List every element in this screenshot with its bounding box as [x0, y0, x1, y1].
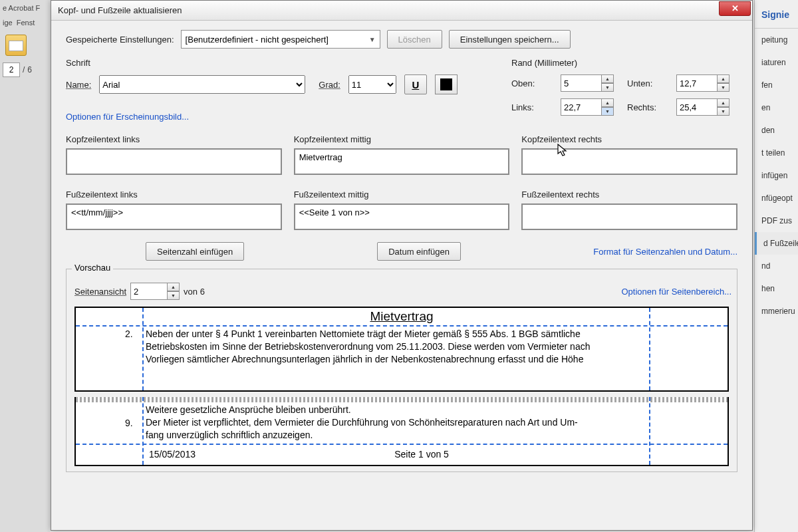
saved-settings-value: [Benutzerdefiniert - nicht gespeichert]: [186, 35, 329, 45]
spin-up-icon[interactable]: ▲: [168, 283, 180, 291]
header-left-input[interactable]: [66, 148, 282, 175]
header-right-input[interactable]: [521, 148, 737, 175]
menu-bar-fragment: ige Fenst: [0, 16, 50, 29]
panel-item[interactable]: t teilen: [755, 142, 798, 164]
panel-item[interactable]: fen: [755, 74, 798, 96]
spin-down-icon[interactable]: ▼: [602, 107, 614, 116]
panel-item[interactable]: hen: [755, 277, 798, 300]
page-view-of: von 6: [184, 287, 205, 297]
doc-line: Betriebskosten im Sinne der Betriebskost…: [146, 340, 714, 353]
save-settings-button[interactable]: Einstellungen speichern...: [449, 30, 571, 49]
spin-up-icon[interactable]: ▲: [602, 98, 614, 107]
page-view-label: Seitenansicht: [74, 287, 126, 297]
color-swatch-icon: [440, 78, 452, 90]
doc-line: Neben der unter § 4 Punkt 1 vereinbarten…: [146, 328, 714, 340]
margin-right-label: Rechts:: [627, 102, 667, 112]
spin-down-icon[interactable]: ▼: [718, 107, 730, 116]
page-break-decoration: [76, 397, 728, 402]
spin-down-icon[interactable]: ▼: [718, 83, 730, 92]
panel-item[interactable]: en: [755, 96, 798, 119]
margin-bottom-label: Unten:: [627, 78, 667, 88]
page-range-options-link[interactable]: Optionen für Seitenbereich...: [622, 287, 732, 297]
page-sep: /: [23, 65, 25, 74]
margin-group-label: Rand (Millimeter): [511, 58, 737, 68]
margin-top-spinner[interactable]: ▲▼: [561, 74, 618, 92]
page-total: 6: [27, 65, 32, 74]
page-view-spinner[interactable]: ▲▼: [130, 283, 180, 300]
doc-footer-date: 15/05/2013: [149, 448, 196, 461]
doc-item-number: 9.: [125, 417, 133, 430]
open-file-icon[interactable]: [5, 35, 27, 56]
right-tools-panel: Signie peitung iaturen fen en den t teil…: [754, 0, 798, 532]
spin-down-icon[interactable]: ▼: [602, 83, 614, 92]
preview-group: Vorschau Seitenansicht ▲▼ von 6 Optionen…: [66, 269, 737, 472]
margin-right-input[interactable]: [676, 98, 718, 116]
dialog-title: Kopf- und Fußzeile aktualisieren: [58, 5, 182, 15]
panel-item[interactable]: den: [755, 119, 798, 142]
header-center-input[interactable]: [294, 148, 510, 175]
spin-up-icon[interactable]: ▲: [602, 74, 614, 83]
margin-left-input[interactable]: [561, 98, 602, 116]
appearance-options-link[interactable]: Optionen für Erscheinungsbild...: [66, 112, 189, 122]
margin-bottom-input[interactable]: [676, 74, 718, 92]
footer-right-input[interactable]: [521, 203, 737, 230]
panel-item[interactable]: nfügeopt: [755, 187, 798, 209]
header-right-label: Kopfzeilentext rechts: [521, 134, 737, 144]
page-view-input[interactable]: [130, 283, 168, 300]
saved-settings-dropdown[interactable]: [Benutzerdefiniert - nicht gespeichert] …: [181, 30, 380, 49]
margin-left-label: Links:: [511, 102, 551, 112]
panel-item[interactable]: iaturen: [755, 51, 798, 74]
page-navigator: / 6: [0, 63, 50, 77]
menu-item[interactable]: Fenst: [17, 19, 35, 27]
font-size-label: Grad:: [319, 80, 340, 90]
doc-line: fang unverzüglich schriftlich anzuzeigen…: [146, 429, 714, 442]
footer-center-input[interactable]: [294, 203, 510, 230]
app-title-fragment: e Acrobat F: [0, 0, 50, 16]
spin-up-icon[interactable]: ▲: [718, 98, 730, 107]
header-center-label: Kopfzeilentext mittig: [294, 134, 510, 144]
insert-page-number-button[interactable]: Seitenzahl einfügen: [146, 242, 244, 261]
margin-top-input[interactable]: [561, 74, 602, 92]
footer-left-input[interactable]: [66, 203, 282, 230]
page-date-format-link[interactable]: Format für Seitenzahlen und Datum...: [593, 247, 737, 257]
doc-line: Vorliegen sämtlicher Abrechnungsunterlag…: [146, 353, 714, 366]
footer-center-label: Fußzeilentext mittig: [294, 190, 510, 200]
font-name-label: Name:: [66, 80, 91, 90]
background-app: e Acrobat F ige Fenst / 6: [0, 0, 50, 532]
chevron-down-icon: ▼: [369, 36, 376, 43]
header-left-label: Kopfzeilentext links: [66, 134, 282, 144]
margin-top-label: Oben:: [511, 78, 551, 88]
font-color-button[interactable]: [435, 74, 458, 94]
close-button[interactable]: ✕: [719, 1, 751, 16]
footer-left-label: Fußzeilentext links: [66, 190, 282, 200]
menu-item[interactable]: ige: [3, 19, 13, 27]
preview-footer-page: Weitere gesetzliche Ansprüche bleiben un…: [74, 397, 729, 466]
panel-item[interactable]: infügen: [755, 164, 798, 187]
spin-up-icon[interactable]: ▲: [718, 74, 730, 83]
margin-left-spinner[interactable]: ▲▼: [561, 98, 618, 116]
panel-item-header-footer[interactable]: d Fußzeile: [755, 232, 798, 255]
margin-bottom-spinner[interactable]: ▲▼: [676, 74, 733, 92]
delete-button[interactable]: Löschen: [387, 30, 442, 49]
font-name-select[interactable]: Arial: [99, 75, 305, 94]
saved-settings-label: Gespeicherte Einstellungen:: [66, 35, 174, 45]
font-group-label: Schrift: [66, 58, 485, 68]
insert-date-button[interactable]: Datum einfügen: [377, 242, 461, 261]
footer-right-label: Fußzeilentext rechts: [521, 190, 737, 200]
panel-item[interactable]: mmerieru: [755, 300, 798, 323]
dialog-titlebar: Kopf- und Fußzeile aktualisieren ✕: [51, 1, 752, 21]
sign-panel-tab[interactable]: Signie: [755, 0, 798, 29]
font-size-select[interactable]: 11: [348, 75, 396, 94]
doc-header-title: Mietvertrag: [76, 308, 728, 324]
panel-item[interactable]: peitung: [755, 29, 798, 51]
panel-item[interactable]: PDF zus: [755, 209, 798, 232]
preview-label: Vorschau: [72, 263, 113, 273]
panel-item[interactable]: nd: [755, 255, 798, 277]
underline-button[interactable]: U: [404, 74, 427, 94]
preview-header-page: Mietvertrag 2. Neben der unter § 4 Punkt…: [74, 307, 729, 392]
margin-right-spinner[interactable]: ▲▼: [676, 98, 733, 116]
spin-down-icon[interactable]: ▼: [168, 291, 180, 300]
header-footer-dialog: Kopf- und Fußzeile aktualisieren ✕ Gespe…: [51, 0, 753, 531]
page-current-input[interactable]: [3, 63, 20, 77]
doc-line: Weitere gesetzliche Ansprüche bleiben un…: [146, 404, 714, 416]
